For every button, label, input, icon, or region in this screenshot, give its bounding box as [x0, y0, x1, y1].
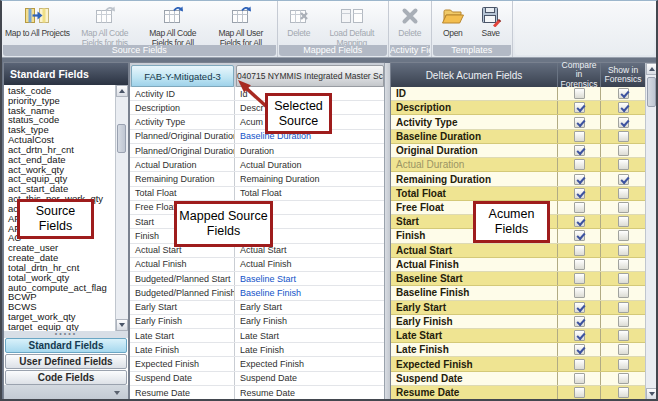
- mapped-source-field-cell[interactable]: Planned/Original Duration: [130, 130, 235, 143]
- show-checkbox[interactable]: [618, 88, 629, 99]
- mapped-source-field-cell[interactable]: Description: [130, 101, 235, 114]
- compare-checkbox[interactable]: [574, 216, 585, 227]
- compare-checkbox[interactable]: [574, 344, 585, 355]
- mapped-source-field-cell-2[interactable]: Early Finish: [235, 315, 384, 328]
- scrollbar-thumb[interactable]: [647, 77, 656, 107]
- mapped-source-field-cell[interactable]: Planned/Original Duration: [130, 144, 235, 157]
- mapped-source-field-cell-2[interactable]: Duration: [235, 144, 384, 157]
- compare-checkbox[interactable]: [574, 230, 585, 241]
- show-forensics-cell: [600, 357, 645, 370]
- show-checkbox[interactable]: [618, 273, 629, 284]
- compare-checkbox[interactable]: [574, 188, 585, 199]
- show-checkbox[interactable]: [618, 344, 629, 355]
- tab-other-source-project[interactable]: 040715 NYMMIS Integrated Master Schedule: [236, 65, 384, 87]
- show-checkbox[interactable]: [618, 387, 629, 398]
- compare-checkbox[interactable]: [574, 88, 585, 99]
- compare-checkbox[interactable]: [574, 131, 585, 142]
- show-checkbox[interactable]: [618, 216, 629, 227]
- compare-checkbox[interactable]: [574, 174, 585, 185]
- tab-selected-source-project[interactable]: FAB-Y-Mitigated-3: [131, 65, 234, 87]
- sidebar-tab-code-fields[interactable]: Code Fields: [5, 370, 127, 385]
- mapped-source-field-cell-2[interactable]: Total Float: [235, 187, 384, 200]
- mapped-source-field-cell[interactable]: Early Finish: [130, 315, 235, 328]
- mapped-source-field-cell-2[interactable]: Baseline Start: [235, 272, 384, 285]
- compare-checkbox[interactable]: [574, 159, 585, 170]
- source-list-scrollbar[interactable]: [115, 85, 128, 331]
- mapped-source-field-cell-2[interactable]: Baseline Finish: [235, 286, 384, 299]
- mapped-source-field-cell[interactable]: Late Finish: [130, 343, 235, 356]
- compare-checkbox[interactable]: [574, 387, 585, 398]
- mapped-source-field-cell-2[interactable]: Resume Date: [235, 386, 384, 399]
- mapped-source-field-cell[interactable]: Activity ID: [130, 87, 235, 100]
- acumen-field-name: Baseline Duration: [391, 130, 557, 143]
- show-checkbox[interactable]: [618, 302, 629, 313]
- compare-checkbox[interactable]: [574, 373, 585, 384]
- show-checkbox[interactable]: [618, 330, 629, 341]
- show-checkbox[interactable]: [618, 230, 629, 241]
- mapped-source-field-cell[interactable]: Actual Duration: [130, 158, 235, 171]
- panel-splitter-handle[interactable]: •••••: [4, 331, 128, 338]
- compare-checkbox[interactable]: [574, 202, 585, 213]
- show-checkbox[interactable]: [618, 131, 629, 142]
- save-template-button[interactable]: Save: [472, 2, 510, 39]
- show-checkbox[interactable]: [618, 316, 629, 327]
- scroll-up-arrow-icon[interactable]: [116, 85, 128, 97]
- compare-checkbox[interactable]: [574, 287, 585, 298]
- show-checkbox[interactable]: [618, 145, 629, 156]
- mapped-source-field-cell-2[interactable]: Suspend Date: [235, 372, 384, 385]
- show-checkbox[interactable]: [618, 188, 629, 199]
- compare-checkbox[interactable]: [574, 245, 585, 256]
- mapped-source-field-cell[interactable]: Total Float: [130, 187, 235, 200]
- map-to-all-projects-button[interactable]: Map to All Projects: [4, 2, 71, 39]
- mapped-source-field-cell-2[interactable]: Remaining Duration: [235, 172, 384, 185]
- scroll-down-arrow-icon[interactable]: [646, 388, 658, 400]
- compare-checkbox[interactable]: [574, 359, 585, 370]
- sidebar-tab-standard-fields[interactable]: Standard Fields: [5, 338, 127, 353]
- mapped-source-field-cell[interactable]: Remaining Duration: [130, 172, 235, 185]
- show-checkbox[interactable]: [618, 117, 629, 128]
- mapped-source-field-cell[interactable]: Suspend Date: [130, 372, 235, 385]
- compare-checkbox[interactable]: [574, 117, 585, 128]
- mapped-source-field-cell[interactable]: Actual Finish: [130, 258, 235, 271]
- compare-checkbox[interactable]: [574, 259, 585, 270]
- mapped-source-field-cell[interactable]: Activity Type: [130, 115, 235, 128]
- show-checkbox[interactable]: [618, 359, 629, 370]
- mapped-source-field-cell-2[interactable]: Early Start: [235, 301, 384, 314]
- mapped-source-field-cell[interactable]: Expected Finish: [130, 357, 235, 370]
- compare-checkbox[interactable]: [574, 302, 585, 313]
- mapped-source-field-cell[interactable]: Early Start: [130, 301, 235, 314]
- show-checkbox[interactable]: [618, 259, 629, 270]
- scroll-up-arrow-icon[interactable]: [646, 63, 658, 75]
- acumen-grid-scrollbar[interactable]: [645, 63, 658, 400]
- show-checkbox[interactable]: [618, 159, 629, 170]
- compare-checkbox[interactable]: [574, 316, 585, 327]
- show-checkbox[interactable]: [618, 202, 629, 213]
- mapped-source-field-cell-2[interactable]: Actual Finish: [235, 258, 384, 271]
- mapped-source-field-cell-2[interactable]: Late Start: [235, 329, 384, 342]
- open-template-button[interactable]: Open: [434, 2, 472, 39]
- show-checkbox[interactable]: [618, 373, 629, 384]
- chevron-down-icon[interactable]: [114, 391, 120, 395]
- mapped-source-field-cell[interactable]: Late Start: [130, 329, 235, 342]
- vertical-splitter[interactable]: [384, 63, 391, 400]
- mapped-source-field-cell-2[interactable]: Actual Duration: [235, 158, 384, 171]
- scrollbar-thumb[interactable]: [117, 124, 126, 153]
- show-checkbox[interactable]: [618, 287, 629, 298]
- mapped-source-field-cell-2[interactable]: Expected Finish: [235, 357, 384, 370]
- compare-checkbox[interactable]: [574, 330, 585, 341]
- mapped-source-field-cell-2[interactable]: Late Finish: [235, 343, 384, 356]
- sidebar-tab-user-defined-fields[interactable]: User Defined Fields: [5, 354, 127, 369]
- map-code-fields-all-button[interactable]: Map All Code Fields for All Projects: [139, 2, 207, 48]
- mapped-source-field-cell[interactable]: Budgeted/Planned Finish: [130, 286, 235, 299]
- compare-checkbox[interactable]: [574, 273, 585, 284]
- mapped-source-field-cell[interactable]: Budgeted/Planned Start: [130, 272, 235, 285]
- show-checkbox[interactable]: [618, 174, 629, 185]
- show-checkbox[interactable]: [618, 102, 629, 113]
- scroll-down-arrow-icon[interactable]: [116, 319, 128, 331]
- show-checkbox[interactable]: [618, 245, 629, 256]
- map-user-fields-all-button[interactable]: Map All User Fields for All Projects: [207, 2, 275, 48]
- compare-checkbox[interactable]: [574, 102, 585, 113]
- compare-forensics-cell: [557, 101, 600, 114]
- mapped-source-field-cell[interactable]: Resume Date: [130, 386, 235, 399]
- compare-checkbox[interactable]: [574, 145, 585, 156]
